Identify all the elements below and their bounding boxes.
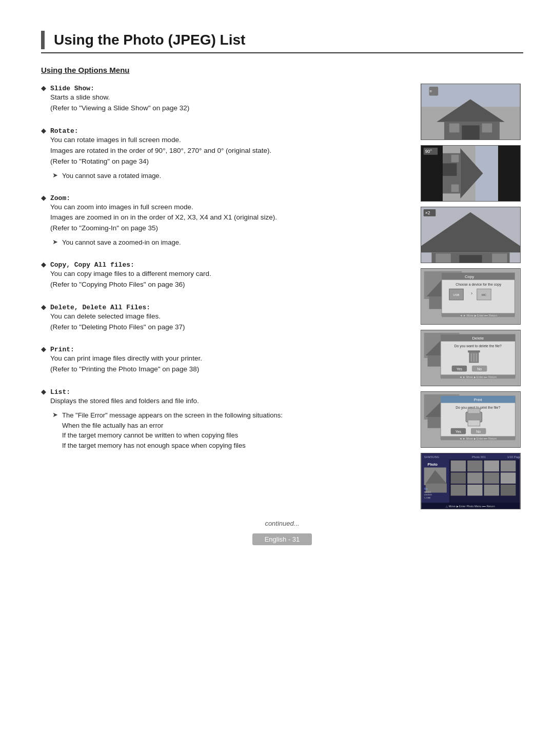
svg-rect-14 [443, 164, 457, 176]
list-title: List: [50, 388, 70, 396]
svg-text:⊞: ⊞ [429, 89, 431, 93]
svg-rect-24 [436, 254, 450, 263]
svg-text:×2: ×2 [425, 210, 430, 215]
continued-text: continued... [41, 520, 523, 527]
svg-rect-16 [451, 185, 459, 192]
svg-rect-6 [482, 124, 492, 133]
rotate-title: Rotate: [50, 127, 78, 135]
rotate-note: You cannot save a rotated image. [62, 171, 161, 181]
svg-text:△ Move  ▶ Enter  Photo Menu  ⟵: △ Move ▶ Enter Photo Menu ⟵ Return [446, 505, 494, 508]
note-arrow: ➤ [52, 238, 58, 246]
svg-rect-100 [484, 473, 499, 484]
svg-rect-33 [442, 273, 515, 280]
slide-show-title: Slide Show: [50, 85, 94, 92]
svg-rect-102 [451, 485, 466, 496]
svg-rect-104 [484, 485, 499, 496]
svg-rect-99 [467, 473, 482, 484]
svg-rect-4 [462, 126, 479, 140]
bullet-diamond: ◆ [41, 261, 46, 268]
option-list: ◆ List: Displays the stored files and fo… [41, 387, 404, 450]
zoom-note: You cannot save a zoomed-in on image. [62, 237, 181, 248]
delete-body: You can delete selected image files. (Re… [50, 311, 185, 333]
print-screen: Print Do you want to print the file? Yes… [421, 391, 521, 448]
option-delete: ◆ Delete, Delete All Files: You can dele… [41, 303, 404, 333]
slide-show-screen: ⊞ [421, 84, 521, 140]
svg-text:Copy: Copy [465, 274, 474, 279]
page-title: Using the Photo (JPEG) List [41, 31, 523, 49]
svg-rect-105 [501, 485, 516, 496]
svg-rect-98 [451, 473, 466, 484]
svg-text:◄ ► Move  ▶ Enter  ⟵ Return: ◄ ► Move ▶ Enter ⟵ Return [459, 376, 497, 379]
rotate-body: You can rotate images in full screen mod… [50, 135, 271, 167]
bullet-diamond: ◆ [41, 303, 46, 311]
svg-text:Choose a device for the copy: Choose a device for the copy [456, 283, 501, 287]
svg-text:›: › [471, 290, 472, 296]
bullet-diamond: ◆ [41, 345, 46, 353]
svg-text:◄ ► Move  ▶ Enter  ⟵ Return: ◄ ► Move ▶ Enter ⟵ Return [460, 314, 497, 317]
copy-title: Copy, Copy All files: [50, 261, 134, 269]
bullet-diamond: ◆ [41, 388, 46, 395]
copy-screen: Copy Choose a device for the copy USB › … [421, 268, 521, 325]
svg-text:File: File [424, 488, 428, 490]
option-rotate: ◆ Rotate: You can rotate images in full … [41, 126, 404, 181]
svg-rect-25 [492, 254, 507, 263]
list-screen: SAMSUNG Photo 001 1/10 Page Photo File I… [421, 453, 521, 509]
svg-rect-72 [468, 420, 480, 426]
svg-text:Yes: Yes [457, 367, 463, 371]
slide-show-body: Starts a slide show. (Refer to "Viewing … [50, 92, 189, 114]
svg-rect-101 [501, 473, 516, 484]
svg-text:Print: Print [474, 397, 483, 402]
svg-rect-103 [467, 485, 482, 496]
svg-text:◄ ► Move  ▶ Enter  ⟵ Return: ◄ ► Move ▶ Enter ⟵ Return [459, 437, 497, 441]
note-arrow: ➤ [52, 411, 58, 419]
svg-text:USB: USB [453, 293, 459, 296]
print-title: Print: [50, 346, 74, 353]
svg-rect-94 [451, 461, 466, 472]
option-copy: ◆ Copy, Copy All files: You can copy ima… [41, 260, 404, 290]
page-number: English - 31 [252, 533, 312, 545]
svg-rect-71 [468, 409, 480, 414]
svg-text:No: No [477, 367, 482, 371]
main-content: ◆ Slide Show: Starts a slide show. (Refe… [41, 84, 523, 509]
svg-rect-15 [451, 155, 459, 163]
section-heading: Using the Options Menu [41, 66, 523, 74]
svg-text:MC: MC [482, 293, 487, 296]
svg-text:Photo: Photo [428, 463, 438, 466]
left-column: ◆ Slide Show: Starts a slide show. (Refe… [41, 84, 404, 509]
copy-body: You can copy image files to a different … [50, 269, 211, 290]
svg-text:SAMSUNG: SAMSUNG [424, 455, 440, 459]
rotate-screen: 90° [421, 145, 521, 202]
svg-text:IMG001: IMG001 [424, 491, 431, 493]
svg-rect-97 [501, 461, 516, 472]
svg-text:Do you want to delete the file: Do you want to delete the file? [454, 345, 502, 349]
delete-screen: Delete Do you want to delete the file? Y… [421, 330, 521, 386]
svg-rect-95 [467, 461, 482, 472]
note-arrow: ➤ [52, 171, 58, 179]
svg-rect-23 [459, 255, 482, 263]
svg-text:Delete: Delete [472, 336, 484, 341]
svg-text:1/10 Page: 1/10 Page [507, 455, 520, 459]
bullet-diamond: ◆ [41, 84, 46, 92]
svg-rect-5 [449, 124, 460, 133]
svg-rect-96 [484, 461, 499, 472]
bullet-diamond: ◆ [41, 127, 46, 134]
list-note: The "File Error" message appears on the … [62, 410, 283, 450]
delete-title: Delete, Delete All Files: [50, 304, 150, 311]
bullet-diamond: ◆ [41, 194, 46, 202]
svg-text:1/5/2005: 1/5/2005 [424, 494, 432, 496]
title-rule [41, 52, 523, 53]
print-body: You can print image files directly with … [50, 353, 202, 375]
svg-text:Photo 001: Photo 001 [472, 455, 486, 459]
svg-text:1.2 MB: 1.2 MB [424, 497, 431, 500]
svg-text:Yes: Yes [456, 430, 462, 433]
option-print: ◆ Print: You can print image files direc… [41, 345, 404, 375]
right-column: ⊞ 90° [421, 84, 523, 509]
svg-text:No: No [476, 430, 481, 433]
zoom-title: Zoom: [50, 194, 70, 202]
list-body: Displays the stored files and folders an… [50, 396, 283, 407]
svg-rect-52 [468, 351, 480, 353]
option-zoom: ◆ Zoom: You can zoom into images in full… [41, 193, 404, 248]
zoom-screen: ×2 [421, 207, 521, 263]
zoom-body: You can zoom into images in full screen … [50, 202, 277, 234]
svg-text:90°: 90° [425, 149, 432, 154]
